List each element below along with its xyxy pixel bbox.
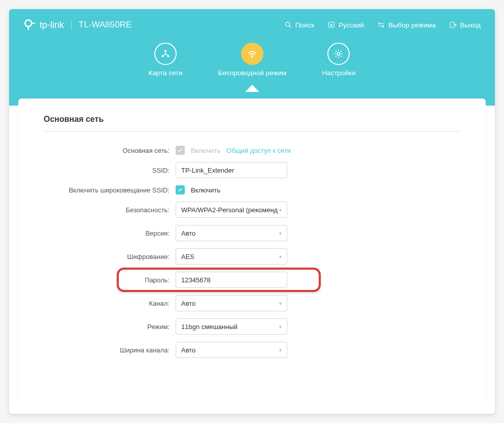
logout-action[interactable]: Выход bbox=[449, 21, 481, 29]
ssid-input[interactable] bbox=[176, 162, 287, 178]
search-icon bbox=[284, 21, 292, 29]
row-security: Безопасность: WPA/WPA2-Personal (рекомен… bbox=[44, 202, 460, 218]
svg-point-1 bbox=[285, 22, 289, 26]
network-map-icon bbox=[154, 43, 177, 65]
nav-network-map[interactable]: Карта сети bbox=[148, 43, 182, 77]
check-icon bbox=[177, 187, 183, 193]
row-encryption: Шифрование: AES ▾ bbox=[44, 248, 460, 265]
security-label: Безопасность: bbox=[44, 206, 176, 214]
password-label: Пароль: bbox=[44, 276, 176, 284]
version-label: Версия: bbox=[44, 230, 176, 237]
chevron-down-icon: ▾ bbox=[279, 254, 282, 259]
topbar: tp-link TL-WA850RE Поиск A Русский Выбор… bbox=[9, 9, 495, 31]
nav-settings[interactable]: Настройки bbox=[322, 43, 355, 77]
section-title: Основная сеть bbox=[44, 115, 460, 132]
nav-wireless[interactable]: Беспроводной режим bbox=[218, 43, 287, 77]
nav-settings-label: Настройки bbox=[322, 69, 355, 77]
svg-point-0 bbox=[25, 20, 31, 26]
width-select[interactable]: Авто ▾ bbox=[176, 342, 287, 358]
version-value: Авто bbox=[181, 230, 195, 237]
broadcast-label: Включить широковещание SSID: bbox=[44, 186, 176, 194]
wmode-label: Режим: bbox=[44, 323, 176, 331]
app-window: tp-link TL-WA850RE Поиск A Русский Выбор… bbox=[9, 9, 495, 414]
search-label: Поиск bbox=[295, 21, 314, 29]
security-value: WPA/WPA2-Personal (рекоменд bbox=[181, 206, 278, 214]
row-channel: Канал: Авто ▾ bbox=[44, 295, 460, 311]
chevron-down-icon: ▾ bbox=[279, 207, 282, 213]
settings-icon bbox=[327, 43, 350, 65]
search-action[interactable]: Поиск bbox=[284, 21, 314, 29]
chevron-down-icon: ▾ bbox=[279, 347, 282, 353]
language-icon: A bbox=[327, 21, 335, 29]
wireless-icon bbox=[241, 43, 263, 65]
check-icon bbox=[177, 147, 183, 153]
security-select[interactable]: WPA/WPA2-Personal (рекоменд ▾ bbox=[176, 202, 287, 218]
svg-point-9 bbox=[338, 52, 341, 55]
wmode-select[interactable]: 11bgn смешанный ▾ bbox=[176, 318, 287, 335]
mode-icon bbox=[377, 21, 385, 29]
tplink-logo-icon bbox=[23, 18, 37, 31]
wireless-form: Основная сеть: Включить Общий доступ к с… bbox=[44, 146, 460, 358]
logout-icon bbox=[449, 21, 457, 29]
chevron-down-icon: ▾ bbox=[279, 324, 282, 330]
version-select[interactable]: Авто ▾ bbox=[176, 225, 287, 241]
brand: tp-link TL-WA850RE bbox=[23, 18, 131, 31]
row-channel-width: Ширина канала: Авто ▾ bbox=[44, 342, 460, 358]
share-network-link[interactable]: Общий доступ к сети bbox=[226, 147, 291, 154]
nav-wireless-label: Беспроводной режим bbox=[218, 69, 287, 77]
channel-select[interactable]: Авто ▾ bbox=[176, 295, 287, 311]
brand-name: tp-link bbox=[40, 20, 64, 30]
svg-rect-4 bbox=[450, 22, 454, 28]
wmode-value: 11bgn смешанный bbox=[181, 323, 238, 331]
model-label: TL-WA850RE bbox=[71, 20, 131, 30]
row-host-network: Основная сеть: Включить Общий доступ к с… bbox=[44, 146, 460, 155]
channel-label: Канал: bbox=[44, 300, 176, 307]
row-password: Пароль: bbox=[44, 272, 460, 288]
svg-point-8 bbox=[252, 57, 253, 58]
language-label: Русский bbox=[339, 21, 364, 29]
broadcast-checkbox[interactable] bbox=[176, 185, 185, 194]
svg-text:A: A bbox=[330, 23, 333, 27]
header: tp-link TL-WA850RE Поиск A Русский Выбор… bbox=[9, 9, 495, 106]
nav-map-label: Карта сети bbox=[148, 69, 182, 77]
logout-label: Выход bbox=[460, 21, 481, 29]
host-enable-checkbox[interactable] bbox=[176, 146, 185, 155]
host-label: Основная сеть: bbox=[44, 147, 176, 154]
language-action[interactable]: A Русский bbox=[327, 21, 364, 29]
host-enable-label: Включить bbox=[191, 147, 220, 154]
ssid-label: SSID: bbox=[44, 167, 176, 174]
main-nav: Карта сети Беспроводной режим Настройки bbox=[9, 43, 495, 77]
channel-value: Авто bbox=[181, 300, 195, 307]
row-ssid: SSID: bbox=[44, 162, 460, 178]
password-input[interactable] bbox=[176, 272, 287, 288]
row-version: Версия: Авто ▾ bbox=[44, 225, 460, 241]
chevron-down-icon: ▾ bbox=[279, 301, 282, 306]
encryption-value: AES bbox=[181, 253, 194, 261]
mode-label: Выбор режима bbox=[388, 21, 435, 29]
width-label: Ширина канала: bbox=[44, 346, 176, 354]
svg-point-5 bbox=[164, 50, 166, 52]
broadcast-enable-label: Включить bbox=[191, 186, 220, 194]
logo: tp-link bbox=[23, 18, 64, 31]
encryption-label: Шифрование: bbox=[44, 253, 176, 261]
row-mode: Режим: 11bgn смешанный ▾ bbox=[44, 318, 460, 335]
encryption-select[interactable]: AES ▾ bbox=[176, 248, 287, 265]
chevron-down-icon: ▾ bbox=[279, 231, 282, 236]
width-value: Авто bbox=[181, 346, 195, 354]
top-actions: Поиск A Русский Выбор режима Выход bbox=[284, 21, 481, 29]
row-broadcast: Включить широковещание SSID: Включить bbox=[44, 185, 460, 194]
mode-action[interactable]: Выбор режима bbox=[377, 21, 435, 29]
content-panel: Основная сеть Основная сеть: Включить Об… bbox=[18, 99, 486, 405]
